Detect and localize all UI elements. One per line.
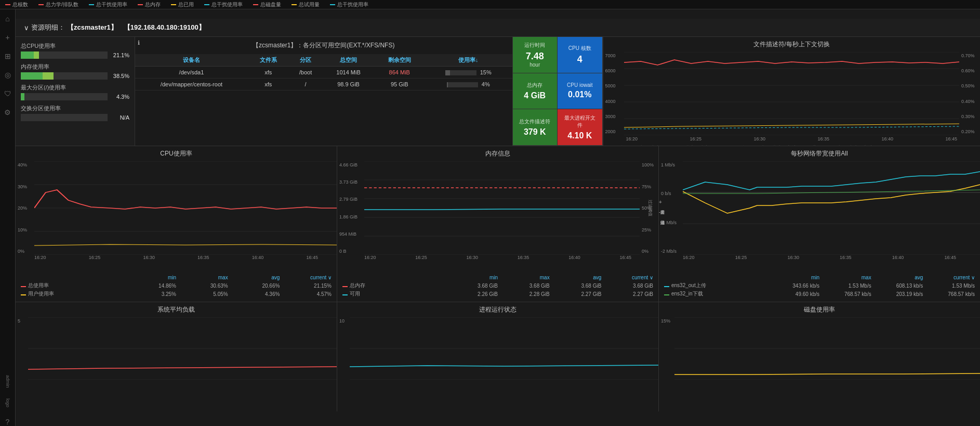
charts-row: CPU使用率 40%30%20%10%0%	[16, 146, 980, 302]
legend-used-mem: 总已用	[171, 1, 194, 8]
col-mount: 分区	[289, 54, 323, 67]
col-pct: 使用率↓	[425, 54, 512, 67]
mem-stats: min max avg current ∨ 总内存 3.68 GiB3.68 G…	[337, 273, 658, 302]
net-stats: min max avg current ∨ ens32_out上传 343.66…	[659, 273, 980, 302]
cpu-usage-label: 总CPU使用率	[21, 42, 129, 50]
info-boxes-panel: 运行时间 7.48 hour CPU 核数 4 总内存 4 GiB CPU io…	[512, 37, 603, 146]
legend-disk-usage: 总干扰使用率	[330, 1, 368, 8]
free-cell: 864 MiB	[375, 67, 425, 79]
mem-chart-panel: 内存信息 4.66 GiB3.73 GiB2.79 GiB1.86 GiB954…	[337, 146, 659, 302]
proc-svg	[350, 317, 658, 380]
table-row: /dev/sda1 xfs /boot 1014 MiB 864 MiB 15%	[135, 67, 512, 79]
diskusage-panel: 磁盘使用率 15%	[659, 302, 980, 411]
diskusage-y-axis: 15%	[659, 317, 674, 380]
device-cell: /dev/mapper/centos-root	[135, 79, 248, 91]
cpu-stats: min max avg current ∨ 总使用率 14.86%30.63%2…	[16, 273, 337, 302]
y-axis-left: 700060005000400030002000	[603, 52, 624, 135]
cpu-iowait-box: CPU iowait 0.01%	[558, 73, 603, 110]
cpu-y-axis: 40%30%20%10%0%	[16, 161, 34, 255]
file-desc-legend: 总使用的文件描述符 每秒上下文切换次数 总使用的文件描述符占比 进程使用的文件描…	[603, 143, 981, 146]
file-desc-chart-area: 700060005000400030002000	[603, 52, 981, 135]
legend-cpu-usage: 总干扰使用率	[89, 1, 127, 8]
disk-table-panel: ℹ 【zcsmaster1】：各分区可用空间(EXT.*/XFS/NFS) 设备…	[135, 37, 512, 146]
proc-y-axis: 10	[337, 317, 350, 380]
sidebar-icon-shield[interactable]: 🛡	[4, 89, 11, 98]
mem-x-labels: 16:2016:2516:3016:3516:4016:45	[337, 255, 658, 260]
legend-disk-used: 总试用量	[292, 1, 320, 8]
sidebar-icon-circle[interactable]: ◎	[5, 71, 11, 79]
sysload-panel: 系统平均负载 5	[16, 302, 337, 411]
pct-cell: 15%	[425, 67, 512, 79]
file-desc-chart-panel: 文件描述符/每秒上下文切换 700060005000400030002000	[603, 37, 981, 146]
cpu-progress: 21.1%	[21, 51, 129, 59]
legend-queue: 总力学/排队数	[38, 1, 78, 8]
total-cell: 98.9 GiB	[322, 79, 374, 91]
net-chart-panel: 每秒网络带宽使用All 1 Mb/s0 b/s-1 Mb/s-2 Mb/s + …	[659, 146, 980, 302]
sidebar-user-label: admin	[5, 375, 10, 388]
sidebar-icon-home[interactable]: ⌂	[5, 15, 9, 23]
cpu-svg	[34, 161, 337, 255]
diskusage-title: 磁盘使用率	[659, 302, 980, 317]
fs-cell: xfs	[248, 79, 289, 91]
net-chart-title: 每秒网络带宽使用All	[659, 146, 980, 161]
sysload-y-axis: 5	[16, 317, 28, 380]
mem-threshold-label: 过滤阈值	[647, 200, 653, 216]
sidebar-icon-settings[interactable]: ⚙	[4, 108, 11, 117]
col-device: 设备名	[135, 54, 248, 67]
table-row: /dev/mapper/centos-root xfs / 98.9 GiB 9…	[135, 79, 512, 91]
fs-cell: xfs	[248, 67, 289, 79]
resource-ip: 【192.168.40.180:19100】	[124, 23, 205, 32]
file-desc-title: 文件描述符/每秒上下文切换	[603, 37, 981, 52]
cpu-chart-body: 40%30%20%10%0%	[16, 161, 337, 273]
sidebar-logo-label: logo	[5, 398, 10, 407]
device-cell: /dev/sda1	[135, 67, 248, 79]
info-icon: ℹ	[138, 40, 140, 46]
mount-cell: /	[289, 79, 323, 91]
mem-chart-body: 4.66 GiB3.73 GiB2.79 GiB1.86 GiB954 MiB0…	[337, 161, 658, 273]
total-mem-box: 总内存 4 GiB	[513, 73, 558, 110]
cpu-cores-box: CPU 核数 4	[558, 37, 603, 73]
legend-total-cores: 总核数	[5, 1, 28, 8]
col-fs: 文件系	[248, 54, 289, 67]
disk-usage-label: 最大分区(/)使用率	[21, 84, 129, 92]
cpu-x-labels: 16:2016:2516:3016:3516:4016:45	[16, 255, 337, 260]
net-svg	[683, 161, 980, 255]
legend-mem-usage: 总干扰使用率	[204, 1, 243, 8]
sidebar-icon-add[interactable]: +	[5, 33, 9, 42]
sidebar: ⌂ + ⊞ ◎ 🛡 ⚙ admin logo ?	[0, 9, 16, 426]
proc-panel: 进程运行状态 10	[337, 302, 659, 411]
sysload-svg	[28, 317, 337, 380]
resource-label: 资源明细：	[31, 23, 65, 32]
runtime-box: 运行时间 7.48 hour	[513, 37, 558, 73]
cpu-chart-panel: CPU使用率 40%30%20%10%0%	[16, 146, 337, 302]
diskusage-svg	[674, 317, 980, 380]
mem-usage-label: 内存使用率	[21, 63, 129, 71]
file-desc-box: 总文件描述符 379 K	[513, 109, 558, 146]
sidebar-icon-grid[interactable]: ⊞	[5, 52, 11, 60]
sysload-title: 系统平均负载	[16, 302, 337, 317]
pct-cell: 4%	[425, 79, 512, 91]
mem-progress: 38.5%	[21, 72, 129, 80]
legend-total-disk: 总磁盘量	[253, 1, 281, 8]
total-cell: 1014 MiB	[322, 67, 374, 79]
x-axis-labels: 16:2016:2516:3016:3516:4016:45	[603, 135, 981, 143]
mem-y-axis-left: 4.66 GiB3.73 GiB2.79 GiB1.86 GiB954 MiB0…	[337, 161, 364, 255]
top-section-row: 总CPU使用率 21.1% 内存使用率 38.5% 最大分区(/)使用率	[16, 37, 980, 146]
net-x-labels: 16:2016:2516:3016:3516:4016:45	[659, 255, 980, 260]
disk-table: 设备名 文件系 分区 总空间 剩余空间 使用率↓ /dev/sda1 xfs /…	[135, 54, 512, 91]
disk-table-title: 【zcsmaster1】：各分区可用空间(EXT.*/XFS/NFS)	[135, 37, 512, 54]
resource-header: ∨ 资源明细： 【zcsmaster1】 【192.168.40.180:191…	[16, 19, 980, 37]
mount-cell: /boot	[289, 67, 323, 79]
resource-toggle[interactable]: ∨	[24, 24, 29, 32]
y-axis-right: 0.70%0.60%0.50%0.40%0.30%0.20%	[959, 52, 980, 135]
sidebar-icon-question[interactable]: ?	[6, 418, 10, 426]
main-content: ∨ 资源明细： 【zcsmaster1】 【192.168.40.180:191…	[16, 19, 980, 426]
legend-total-mem: 总内存	[138, 1, 161, 8]
top-legend-bar: 总核数 总力学/排队数 总干扰使用率 总内存 总已用 总干扰使用率 总磁盘量 总…	[0, 0, 980, 9]
net-controls[interactable]: + 管理工具 - 过滤阈值	[659, 199, 665, 217]
free-cell: 95 GiB	[375, 79, 425, 91]
col-free: 剩余空间	[375, 54, 425, 67]
cpu-chart-title: CPU使用率	[16, 146, 337, 161]
col-total: 总空间	[322, 54, 374, 67]
resource-host: 【zcsmaster1】	[67, 23, 117, 32]
